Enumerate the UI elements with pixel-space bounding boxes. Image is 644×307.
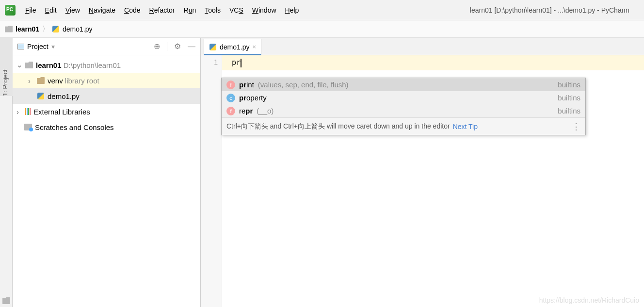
- match-rest: int: [246, 81, 254, 89]
- breadcrumb: learn01 〉 demo1.py: [0, 20, 644, 38]
- project-panel-actions: ⊕ ⚙ —: [154, 42, 195, 51]
- typed-text: pr: [232, 58, 241, 67]
- side-folder-icon[interactable]: [2, 297, 10, 304]
- gear-icon[interactable]: ⚙: [174, 42, 181, 51]
- match-prefix: pr: [239, 81, 246, 89]
- tree-root[interactable]: ⌄ learn01 D:\python\learn01: [13, 57, 200, 73]
- more-icon[interactable]: ⋮: [572, 121, 580, 132]
- source-label: builtins: [558, 107, 580, 115]
- match-rest: operty: [246, 94, 267, 102]
- hint-text: Ctrl+向下箭头 and Ctrl+向上箭头 will move caret …: [226, 122, 450, 131]
- project-tree: ⌄ learn01 D:\python\learn01 › venv libra…: [13, 55, 200, 137]
- tree-scratches[interactable]: Scratches and Consoles: [13, 119, 200, 135]
- kind-class-icon: c: [226, 94, 235, 102]
- scratches-icon: [24, 124, 32, 130]
- menu-window[interactable]: Window: [252, 6, 276, 14]
- project-panel: Project ▾ ⊕ ⚙ — ⌄ learn01 D:\python\lear…: [13, 38, 201, 307]
- python-icon: [37, 92, 45, 100]
- menu-items: File Edit View Navigate Code Refactor Ru…: [25, 6, 299, 14]
- app-icon: [5, 5, 16, 16]
- venv-name: venv: [48, 77, 63, 85]
- gutter: 1: [201, 55, 222, 307]
- folder-icon: [37, 77, 45, 84]
- completion-footer: Ctrl+向下箭头 and Ctrl+向上箭头 will move caret …: [222, 117, 585, 135]
- python-icon: [209, 43, 217, 51]
- tab-label: demo1.py: [220, 43, 249, 51]
- folder-icon: [5, 26, 13, 32]
- chevron-right-icon: ›: [28, 77, 34, 85]
- editor-tabbar: demo1.py ×: [201, 38, 644, 55]
- left-tool-strip: 1: Project: [0, 38, 13, 307]
- breadcrumb-separator: 〉: [42, 25, 49, 33]
- menu-vcs[interactable]: VCS: [229, 6, 243, 14]
- completion-popup: f print(values, sep, end, file, flush) b…: [221, 78, 586, 135]
- menu-bar: File Edit View Navigate Code Refactor Ru…: [0, 0, 644, 20]
- scratches-label: Scratches and Consoles: [35, 123, 114, 131]
- collapse-icon[interactable]: —: [188, 42, 195, 51]
- tree-external-libraries[interactable]: › External Libraries: [13, 104, 200, 119]
- root-path: D:\python\learn01: [64, 61, 121, 69]
- params: (__o): [257, 107, 274, 115]
- completion-item-print[interactable]: f print(values, sep, end, file, flush) b…: [222, 78, 585, 91]
- editor-tab-demo1[interactable]: demo1.py ×: [204, 39, 261, 55]
- menu-refactor[interactable]: Refactor: [149, 6, 175, 14]
- chevron-down-icon: ⌄: [16, 61, 22, 69]
- match-prefix: pr: [239, 94, 246, 102]
- tree-file-demo1[interactable]: demo1.py: [13, 88, 200, 104]
- libraries-icon: [25, 108, 31, 115]
- external-label: External Libraries: [33, 108, 90, 116]
- project-panel-title[interactable]: Project ▾: [17, 43, 55, 50]
- params: (values, sep, end, file, flush): [258, 81, 349, 89]
- project-view-icon: [17, 44, 24, 49]
- menu-file[interactable]: File: [25, 6, 36, 14]
- code-line-1[interactable]: pr: [222, 55, 644, 70]
- breadcrumb-project[interactable]: learn01: [16, 25, 39, 33]
- project-panel-header: Project ▾ ⊕ ⚙ —: [13, 38, 200, 55]
- kind-function-icon: f: [226, 107, 235, 115]
- menu-code[interactable]: Code: [124, 6, 140, 14]
- python-icon: [52, 25, 60, 33]
- venv-hint: library root: [65, 77, 99, 85]
- chevron-down-icon: ▾: [51, 43, 55, 50]
- match-prefix: re: [239, 107, 245, 115]
- source-label: builtins: [558, 94, 580, 102]
- kind-function-icon: f: [226, 81, 235, 89]
- root-name: learn01: [36, 61, 62, 69]
- line-number: 1: [201, 58, 218, 66]
- caret: [241, 59, 242, 67]
- menu-view[interactable]: View: [65, 6, 80, 14]
- menu-run[interactable]: Run: [184, 6, 196, 14]
- close-icon[interactable]: ×: [252, 43, 256, 50]
- divider: [167, 42, 167, 51]
- locate-icon[interactable]: ⊕: [154, 42, 160, 51]
- menu-edit[interactable]: Edit: [45, 6, 57, 14]
- menu-help[interactable]: Help: [285, 6, 299, 14]
- source-label: builtins: [558, 81, 580, 89]
- menu-tools[interactable]: Tools: [205, 6, 221, 14]
- folder-icon: [25, 62, 33, 68]
- tree-venv[interactable]: › venv library root: [13, 73, 200, 88]
- side-tab-label: 1: Project: [1, 69, 9, 96]
- side-tab-project[interactable]: 1: Project: [1, 69, 9, 96]
- breadcrumb-file[interactable]: demo1.py: [63, 25, 92, 33]
- next-tip-link[interactable]: Next Tip: [453, 123, 478, 130]
- chevron-right-icon: ›: [16, 108, 22, 116]
- tree-file-label: demo1.py: [48, 92, 80, 100]
- completion-item-repr[interactable]: f repr(__o) builtins: [222, 104, 585, 117]
- completion-item-property[interactable]: c property builtins: [222, 91, 585, 104]
- menu-navigate[interactable]: Navigate: [89, 6, 115, 14]
- match-rest: pr: [245, 107, 253, 115]
- window-title: learn01 [D:\python\learn01] - ...\demo1.…: [470, 6, 629, 14]
- project-title-label: Project: [27, 43, 48, 50]
